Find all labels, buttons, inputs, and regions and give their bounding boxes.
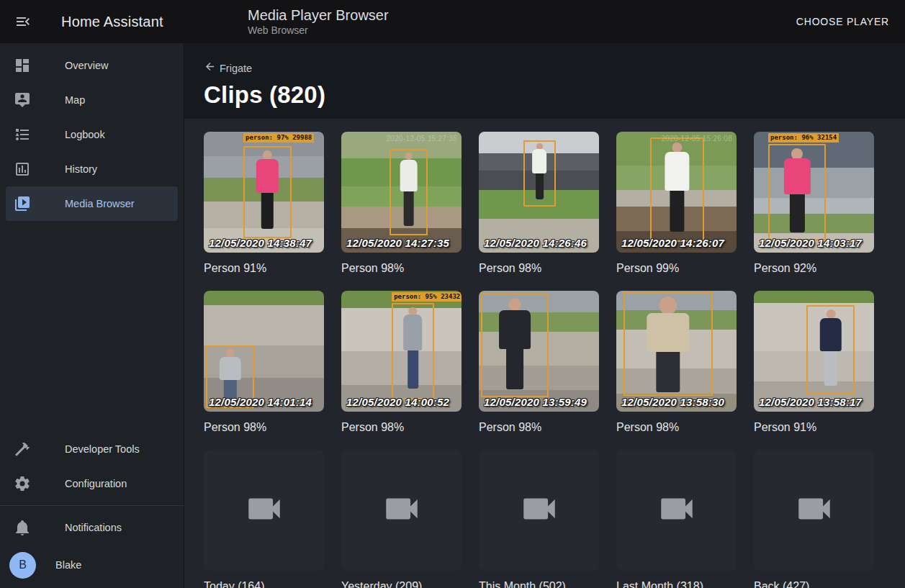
dashboard-icon bbox=[14, 57, 31, 74]
clip-card[interactable]: 12/05/2020 13:58:30 Person 98% bbox=[616, 291, 737, 434]
folder-caption: Today (164) bbox=[204, 579, 324, 588]
folder-caption: This Month (502) bbox=[479, 579, 599, 588]
folder-card[interactable]: Last Month (318) bbox=[616, 450, 737, 588]
clip-timestamp-overlay: 12/05/2020 14:03:17 bbox=[759, 237, 862, 249]
bell-icon bbox=[14, 519, 31, 536]
folder-thumbnail bbox=[204, 450, 324, 571]
sidebar-item-label: Overview bbox=[65, 60, 108, 71]
clip-timestamp-overlay: 12/05/2020 13:58:30 bbox=[621, 396, 724, 408]
clip-card[interactable]: 2020-12-05 15:27:35 12/05/2020 14:27:35 … bbox=[341, 132, 461, 275]
figure-torso bbox=[647, 313, 689, 352]
folder-card[interactable]: This Month (502) bbox=[479, 450, 599, 588]
folder-card[interactable]: Yesterday (209) bbox=[341, 450, 461, 588]
figure-torso bbox=[499, 310, 531, 349]
main-content: Frigate Clips (820) person: 97% 29988 12… bbox=[184, 43, 905, 588]
figure-torso bbox=[219, 357, 241, 380]
person-figure bbox=[818, 309, 844, 393]
person-figure bbox=[496, 298, 533, 395]
clip-caption: Person 92% bbox=[754, 261, 874, 275]
detection-box bbox=[523, 140, 556, 207]
topbar-title-block: Media Player Browser Web Browser bbox=[184, 0, 789, 43]
clip-card[interactable]: 12/05/2020 14:26:46 Person 98% bbox=[479, 132, 599, 275]
sidebar-item-profile[interactable]: B Blake bbox=[0, 545, 184, 585]
breadcrumb-label: Frigate bbox=[220, 63, 252, 74]
top-app-bar: Home Assistant Media Player Browser Web … bbox=[0, 0, 905, 43]
figure-torso bbox=[403, 315, 423, 350]
folder-caption: Yesterday (209) bbox=[341, 579, 461, 588]
clip-thumbnail: person: 96% 32154 12/05/2020 14:03:17 bbox=[754, 132, 874, 253]
figure-legs bbox=[404, 191, 414, 225]
sidebar-toggle-button[interactable] bbox=[14, 13, 32, 30]
clip-card[interactable]: person: 97% 29988 12/05/2020 14:38:47 Pe… bbox=[204, 132, 324, 275]
clip-caption: Person 98% bbox=[616, 420, 737, 434]
sidebar-item-overview[interactable]: Overview bbox=[0, 48, 184, 83]
clip-timestamp-overlay: 12/05/2020 13:59:49 bbox=[484, 396, 587, 408]
sidebar-item-notifications[interactable]: Notifications bbox=[0, 510, 184, 545]
figure-legs bbox=[261, 193, 274, 229]
figure-legs bbox=[824, 351, 837, 386]
sidebar-item-label: Logbook bbox=[65, 129, 105, 140]
clip-timestamp-overlay: 12/05/2020 14:27:35 bbox=[346, 237, 449, 249]
media-grid: person: 97% 29988 12/05/2020 14:38:47 Pe… bbox=[204, 132, 874, 588]
figure-legs bbox=[506, 349, 524, 390]
sidebar-item-label: Map bbox=[65, 94, 85, 106]
video-camera-icon bbox=[656, 488, 698, 533]
menu-open-icon bbox=[14, 22, 32, 32]
clip-card[interactable]: person: 95% 23432 12/05/2020 14:00:52 Pe… bbox=[341, 291, 461, 434]
sidebar-item-configuration[interactable]: Configuration bbox=[0, 466, 184, 501]
clip-card[interactable]: 12/05/2020 14:01:14 Person 98% bbox=[204, 291, 324, 434]
sidebar-item-media-browser[interactable]: Media Browser bbox=[6, 186, 178, 221]
folder-caption: Last Month (318) bbox=[616, 579, 737, 588]
sidebar-item-label: Developer Tools bbox=[65, 443, 140, 455]
detection-box bbox=[243, 146, 292, 238]
clip-caption: Person 98% bbox=[479, 261, 599, 275]
sidebar-item-label: Notifications bbox=[65, 522, 122, 533]
folder-card[interactable]: Today (164) bbox=[204, 450, 324, 588]
clip-thumbnail: 2020-12-05 15:26:08 12/05/2020 14:26:07 bbox=[616, 132, 737, 253]
clip-thumbnail: 12/05/2020 13:58:30 bbox=[616, 291, 737, 412]
clip-thumbnail: 12/05/2020 14:26:46 bbox=[479, 132, 599, 253]
map-person-icon bbox=[14, 91, 31, 109]
detection-box bbox=[481, 293, 549, 397]
clip-caption: Person 99% bbox=[616, 261, 737, 275]
sidebar-item-developer-tools[interactable]: Developer Tools bbox=[0, 432, 184, 466]
sidebar: Overview Map Logbook History bbox=[0, 43, 184, 588]
clip-timestamp-overlay: 12/05/2020 14:26:07 bbox=[621, 237, 724, 249]
camera-timestamp: 2020-12-05 15:26:08 bbox=[661, 135, 732, 143]
clip-timestamp-overlay: 12/05/2020 14:00:52 bbox=[346, 396, 449, 408]
sidebar-spacer bbox=[0, 221, 184, 432]
detection-box bbox=[623, 292, 713, 396]
sidebar-item-logbook[interactable]: Logbook bbox=[0, 117, 184, 152]
folder-card[interactable]: Back (427) bbox=[754, 450, 874, 588]
detection-box bbox=[392, 303, 433, 399]
person-figure bbox=[531, 143, 548, 204]
history-chart-icon bbox=[14, 160, 31, 178]
clip-thumbnail: 12/05/2020 14:01:14 bbox=[204, 291, 324, 412]
topbar-left: Home Assistant bbox=[0, 0, 184, 43]
clip-card[interactable]: 12/05/2020 13:58:17 Person 91% bbox=[754, 291, 874, 434]
hammer-icon bbox=[14, 440, 31, 458]
figure-legs bbox=[670, 191, 684, 232]
sidebar-item-map[interactable]: Map bbox=[0, 83, 184, 117]
clip-card[interactable]: person: 96% 32154 12/05/2020 14:03:17 Pe… bbox=[754, 132, 874, 275]
clip-card[interactable]: 2020-12-05 15:26:08 12/05/2020 14:26:07 … bbox=[616, 132, 737, 275]
camera-timestamp: 2020-12-05 15:27:35 bbox=[386, 135, 457, 143]
clip-thumbnail: 12/05/2020 13:58:17 bbox=[754, 291, 874, 412]
logbook-list-icon bbox=[14, 126, 31, 143]
page-subtitle: Web Browser bbox=[248, 24, 789, 37]
figure-head bbox=[659, 297, 677, 315]
sidebar-item-history[interactable]: History bbox=[0, 152, 184, 186]
choose-player-button[interactable]: CHOOSE PLAYER bbox=[789, 10, 896, 33]
figure-legs bbox=[408, 350, 418, 389]
avatar: B bbox=[9, 552, 36, 579]
detection-label: person: 95% 23432 bbox=[392, 292, 461, 302]
figure-legs bbox=[656, 352, 680, 393]
person-figure bbox=[781, 148, 813, 238]
folder-caption: Back (427) bbox=[754, 579, 874, 588]
content-header: Frigate Clips (820) bbox=[184, 43, 905, 119]
breadcrumb-back-frigate[interactable]: Frigate bbox=[204, 60, 252, 76]
arrow-left-icon bbox=[204, 60, 216, 76]
clip-card[interactable]: 12/05/2020 13:59:49 Person 98% bbox=[479, 291, 599, 434]
media-browser-icon bbox=[14, 195, 31, 212]
detection-label: person: 96% 32154 bbox=[768, 133, 839, 143]
